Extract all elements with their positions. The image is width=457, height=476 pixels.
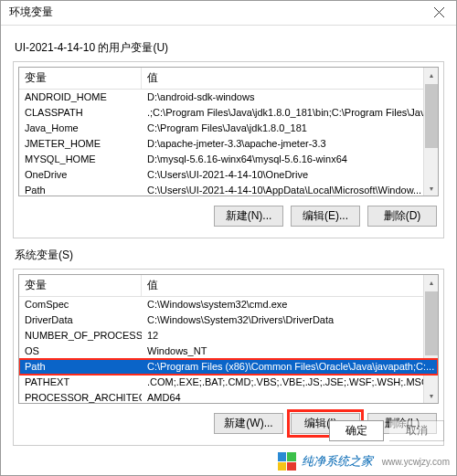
var-value: C:\Users\UI-2021-4-14-10\AppData\Local\M… xyxy=(142,183,438,196)
table-row[interactable]: Java_HomeC:\Program Files\Java\jdk1.8.0_… xyxy=(19,121,438,136)
var-name: PATHEXT xyxy=(19,375,142,390)
system-vars-table[interactable]: 变量 值 ComSpecC:\Windows\system32\cmd.exeD… xyxy=(18,274,439,404)
system-vars-label: 系统变量(S) xyxy=(15,248,444,263)
var-value: C:\Users\UI-2021-4-14-10\OneDrive xyxy=(142,167,438,183)
dialog-buttons: 确定 取消 xyxy=(329,420,444,441)
table-row[interactable]: PathC:\Program Files (x86)\Common Files\… xyxy=(19,359,438,375)
var-value: C:\Windows\System32\Drivers\DriverData xyxy=(142,312,438,328)
var-value: Windows_NT xyxy=(142,344,438,359)
table-row[interactable]: MYSQL_HOMED:\mysql-5.6.16-winx64\mysql-5… xyxy=(19,152,438,167)
col-header-name[interactable]: 变量 xyxy=(19,68,142,89)
watermark-brand: 纯净系统之家 xyxy=(302,453,373,470)
watermark-url: www.ycwjzy.com xyxy=(382,457,450,467)
scrollbar[interactable]: ▴ ▾ xyxy=(423,275,438,403)
table-row[interactable]: CLASSPATH.;C:\Program Files\Java\jdk1.8.… xyxy=(19,105,438,121)
var-name: Path xyxy=(19,359,142,375)
scrollbar[interactable]: ▴ ▾ xyxy=(423,68,438,196)
scroll-up-icon[interactable]: ▴ xyxy=(424,275,439,290)
system-new-button[interactable]: 新建(W)... xyxy=(214,413,283,434)
var-name: ComSpec xyxy=(19,297,142,312)
var-name: NUMBER_OF_PROCESSORS xyxy=(19,328,142,344)
var-name: CLASSPATH xyxy=(19,105,142,121)
user-delete-button[interactable]: 删除(D) xyxy=(367,206,437,227)
table-row[interactable]: NUMBER_OF_PROCESSORS12 xyxy=(19,328,438,344)
var-value: D:\android-sdk-windows xyxy=(142,90,438,105)
var-name: JMETER_HOME xyxy=(19,136,142,152)
table-row[interactable]: PathC:\Users\UI-2021-4-14-10\AppData\Loc… xyxy=(19,183,438,196)
table-header: 变量 值 xyxy=(19,275,438,297)
col-header-value[interactable]: 值 xyxy=(142,275,438,296)
var-value: .;C:\Program Files\Java\jdk1.8.0_181\bin… xyxy=(142,105,438,121)
var-value: D:\apache-jmeter-3.3\apache-jmeter-3.3 xyxy=(142,136,438,152)
table-row[interactable]: JMETER_HOMED:\apache-jmeter-3.3\apache-j… xyxy=(19,136,438,152)
system-vars-body[interactable]: ComSpecC:\Windows\system32\cmd.exeDriver… xyxy=(19,297,438,403)
scroll-thumb[interactable] xyxy=(425,291,438,355)
close-icon xyxy=(434,7,444,17)
var-name: OS xyxy=(19,344,142,359)
var-name: OneDrive xyxy=(19,167,142,183)
user-vars-label: UI-2021-4-14-10 的用户变量(U) xyxy=(15,40,444,56)
table-header: 变量 值 xyxy=(19,68,438,90)
user-vars-body[interactable]: ANDROID_HOMED:\android-sdk-windowsCLASSP… xyxy=(19,90,438,196)
table-row[interactable]: OneDriveC:\Users\UI-2021-4-14-10\OneDriv… xyxy=(19,167,438,183)
var-name: PROCESSOR_ARCHITECT... xyxy=(19,390,142,403)
title-bar: 环境变量 xyxy=(0,0,457,26)
user-edit-button[interactable]: 编辑(E)... xyxy=(291,206,360,227)
scroll-thumb[interactable] xyxy=(425,84,438,148)
var-value: D:\mysql-5.6.16-winx64\mysql-5.6.16-winx… xyxy=(142,152,438,167)
user-vars-group: 变量 值 ANDROID_HOMED:\android-sdk-windowsC… xyxy=(13,61,444,238)
cancel-button[interactable]: 取消 xyxy=(389,420,444,441)
scroll-down-icon[interactable]: ▾ xyxy=(424,181,439,196)
var-name: ANDROID_HOME xyxy=(19,90,142,105)
scroll-down-icon[interactable]: ▾ xyxy=(424,388,439,403)
user-new-button[interactable]: 新建(N)... xyxy=(214,206,283,227)
var-value: AMD64 xyxy=(142,390,438,403)
table-row[interactable]: PROCESSOR_ARCHITECT...AMD64 xyxy=(19,390,438,403)
watermark-logo-icon xyxy=(278,452,296,471)
col-header-value[interactable]: 值 xyxy=(142,68,438,89)
system-vars-group: 变量 值 ComSpecC:\Windows\system32\cmd.exeD… xyxy=(13,269,444,446)
table-row[interactable]: ANDROID_HOMED:\android-sdk-windows xyxy=(19,90,438,105)
ok-button[interactable]: 确定 xyxy=(329,420,384,441)
window-title: 环境变量 xyxy=(9,5,53,20)
var-value: C:\Program Files\Java\jdk1.8.0_181 xyxy=(142,121,438,136)
var-value: C:\Program Files (x86)\Common Files\Orac… xyxy=(142,359,438,375)
table-row[interactable]: ComSpecC:\Windows\system32\cmd.exe xyxy=(19,297,438,312)
user-vars-table[interactable]: 变量 值 ANDROID_HOMED:\android-sdk-windowsC… xyxy=(18,67,439,196)
var-name: Java_Home xyxy=(19,121,142,136)
var-value: 12 xyxy=(142,328,438,344)
var-name: DriverData xyxy=(19,312,142,328)
watermark: 纯净系统之家 www.ycwjzy.com xyxy=(278,452,450,471)
col-header-name[interactable]: 变量 xyxy=(19,275,142,296)
var-name: Path xyxy=(19,183,142,196)
var-name: MYSQL_HOME xyxy=(19,152,142,167)
table-row[interactable]: OSWindows_NT xyxy=(19,344,438,359)
var-value: C:\Windows\system32\cmd.exe xyxy=(142,297,438,312)
scroll-up-icon[interactable]: ▴ xyxy=(424,68,439,82)
table-row[interactable]: PATHEXT.COM;.EXE;.BAT;.CMD;.VBS;.VBE;.JS… xyxy=(19,375,438,390)
var-value: .COM;.EXE;.BAT;.CMD;.VBS;.VBE;.JS;.JSE;.… xyxy=(142,375,438,390)
close-button[interactable] xyxy=(420,0,457,26)
table-row[interactable]: DriverDataC:\Windows\System32\Drivers\Dr… xyxy=(19,312,438,328)
